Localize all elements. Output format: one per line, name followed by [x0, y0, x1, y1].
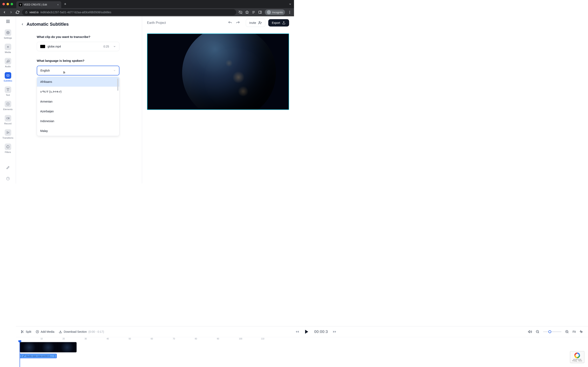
cursor-icon	[62, 71, 66, 74]
menu-toggle-button[interactable]	[6, 20, 10, 23]
incognito-label: Incognito	[272, 11, 283, 14]
url-path: /edit/abcb1297-5a01-4d77-b2aa-a83cefdb55…	[40, 11, 111, 14]
minimize-window-icon[interactable]	[7, 3, 9, 5]
earth-graphic	[182, 33, 276, 110]
url-domain: veed.io	[29, 11, 39, 14]
lock-icon	[25, 11, 28, 14]
sidebar-item-label: Transitions	[2, 137, 13, 139]
svg-point-7	[290, 11, 290, 11]
svg-rect-21	[7, 118, 9, 119]
language-option[interactable]: Malay	[37, 126, 119, 136]
sidebar-item-label: Filters	[5, 151, 11, 153]
language-option[interactable]: አማርኛ (ኢትዮጵያ)	[37, 87, 119, 97]
undo-redo-group	[228, 21, 240, 25]
svg-rect-5	[259, 11, 261, 13]
sidebar-item-label: Media	[5, 51, 11, 53]
project-name-input[interactable]: Earth Project	[147, 21, 225, 25]
language-select-dropdown[interactable]: English	[37, 66, 120, 75]
browser-tab[interactable]: V VEED CREATE | Edit ×	[16, 1, 61, 8]
close-window-icon[interactable]	[2, 3, 5, 5]
back-button[interactable]	[2, 10, 7, 14]
language-option[interactable]: Azerbaijan	[37, 106, 119, 116]
sidebar-item-audio[interactable]: Audio	[0, 56, 16, 69]
sidebar-item-record[interactable]: Record	[0, 113, 16, 126]
video-preview[interactable]	[147, 33, 289, 110]
back-button[interactable]	[20, 22, 25, 26]
svg-point-10	[8, 32, 8, 33]
shapes-icon	[5, 101, 11, 107]
sidebar-item-label: Audio	[5, 65, 11, 68]
preview-area: Earth Project Invite Export	[142, 16, 294, 184]
sidebar-item-transitions[interactable]: Transitions	[0, 128, 16, 141]
plus-icon	[5, 44, 11, 50]
panel-title: Automatic Subtitles	[26, 22, 69, 27]
sidebar-item-filters[interactable]: Filters	[0, 142, 16, 155]
undo-button[interactable]	[228, 21, 232, 25]
incognito-icon	[267, 10, 271, 14]
kebab-menu-icon[interactable]	[288, 10, 292, 14]
sidebar-item-label: Settings	[4, 37, 12, 39]
music-note-icon	[5, 58, 11, 64]
export-button[interactable]: Export	[268, 19, 289, 26]
browser-chrome: V VEED CREATE | Edit × + veed.io/edit/ab…	[0, 0, 294, 16]
redo-button[interactable]	[236, 21, 240, 25]
svg-point-14	[8, 61, 9, 62]
svg-point-8	[290, 12, 290, 13]
top-bar: Earth Project Invite Export	[142, 16, 294, 29]
language-dropdown-list: Afrikaans አማርኛ (ኢትዮጵያ) Armenian Azerbaij…	[37, 77, 120, 136]
star-icon[interactable]	[245, 10, 249, 14]
text-icon	[5, 86, 11, 93]
new-tab-button[interactable]: +	[64, 2, 66, 6]
sidebar-item-draw[interactable]	[0, 163, 16, 173]
panel-header: Automatic Subtitles	[20, 22, 136, 27]
svg-rect-0	[26, 12, 27, 13]
clip-select-dropdown[interactable]: globe.mp4 0:25	[37, 42, 120, 51]
tabs-overflow-icon[interactable]	[289, 3, 292, 6]
sidebar-item-media[interactable]: Media	[0, 42, 16, 55]
forward-button[interactable]	[9, 10, 13, 14]
sidebar-item-settings[interactable]: Settings	[0, 28, 16, 41]
svg-point-9	[290, 13, 290, 14]
sidebar-item-help[interactable]	[0, 174, 16, 184]
window-controls	[2, 3, 13, 5]
tab-title: VEED CREATE | Edit	[24, 3, 56, 6]
svg-point-13	[7, 62, 8, 62]
incognito-badge[interactable]: Incognito	[265, 9, 285, 15]
language-question-label: What language is being spoken?	[37, 59, 120, 62]
language-option[interactable]: Armenian	[37, 97, 119, 106]
svg-marker-1	[246, 11, 249, 14]
svg-point-29	[259, 21, 260, 23]
tab-bar: V VEED CREATE | Edit × +	[0, 0, 294, 8]
tab-close-icon[interactable]: ×	[57, 3, 59, 6]
filters-icon	[5, 143, 11, 150]
settings-panel: Automatic Subtitles What clip do you wan…	[16, 16, 142, 184]
eye-off-icon[interactable]	[239, 10, 242, 14]
language-option[interactable]: Afrikaans	[37, 77, 119, 87]
reload-button[interactable]	[16, 10, 20, 14]
sidebar-item-label: Elements	[3, 108, 13, 110]
svg-marker-23	[7, 132, 8, 134]
language-option[interactable]: Indonesian	[37, 116, 119, 126]
add-user-icon	[258, 21, 262, 25]
clip-thumbnail-icon	[40, 45, 45, 48]
sidebar-item-label: Text	[6, 94, 10, 96]
sidebar: Settings Media Audio Subtitles Text Elem…	[0, 16, 16, 184]
sidebar-item-text[interactable]: Text	[0, 85, 16, 98]
chevron-down-icon	[113, 45, 116, 48]
camera-icon	[5, 115, 11, 122]
reading-list-icon[interactable]	[252, 10, 255, 14]
clip-question-label: What clip do you want to transcribe?	[37, 35, 120, 39]
scrollbar[interactable]	[117, 78, 118, 91]
subtitles-icon	[5, 72, 11, 79]
sidebar-item-elements[interactable]: Elements	[0, 99, 16, 112]
url-field[interactable]: veed.io/edit/abcb1297-5a01-4d77-b2aa-a83…	[22, 9, 236, 15]
maximize-window-icon[interactable]	[11, 3, 13, 5]
invite-button[interactable]: Invite	[246, 19, 265, 27]
sidebar-item-subtitles[interactable]: Subtitles	[0, 71, 16, 83]
sidebar-item-label: Subtitles	[3, 80, 12, 82]
svg-rect-15	[7, 75, 9, 76]
app-root: Settings Media Audio Subtitles Text Elem…	[0, 16, 294, 184]
transitions-icon	[5, 129, 11, 136]
side-panel-icon[interactable]	[258, 10, 262, 14]
chevron-down-icon	[113, 69, 116, 72]
